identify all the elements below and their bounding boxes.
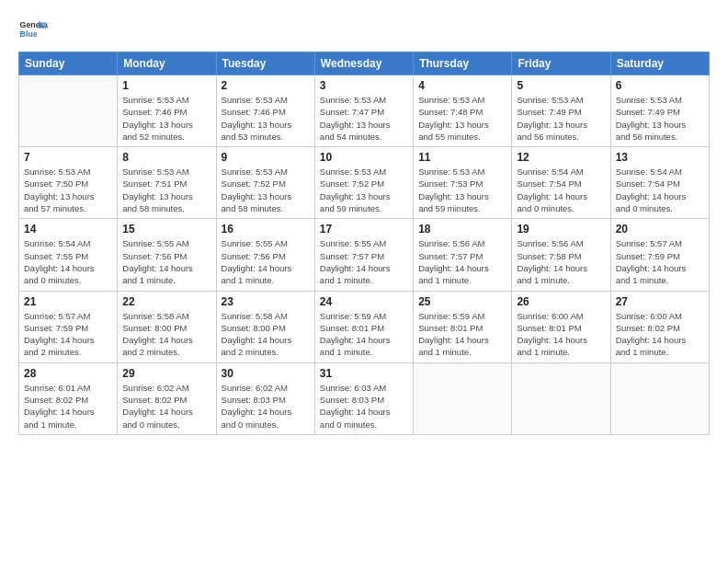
day-info: Sunrise: 5:53 AM Sunset: 7:53 PM Dayligh… xyxy=(418,166,506,214)
day-number: 4 xyxy=(418,79,506,92)
calendar-day-18: 18Sunrise: 5:56 AM Sunset: 7:57 PM Dayli… xyxy=(414,219,512,291)
day-number: 11 xyxy=(418,151,506,164)
calendar-day-15: 15Sunrise: 5:55 AM Sunset: 7:56 PM Dayli… xyxy=(118,219,216,291)
day-info: Sunrise: 6:02 AM Sunset: 8:03 PM Dayligh… xyxy=(222,382,310,431)
calendar-empty-cell xyxy=(512,362,610,434)
day-number: 26 xyxy=(517,295,605,308)
day-number: 13 xyxy=(616,151,704,164)
day-info: Sunrise: 5:54 AM Sunset: 7:55 PM Dayligh… xyxy=(24,237,112,286)
calendar-day-8: 8Sunrise: 5:53 AM Sunset: 7:51 PM Daylig… xyxy=(118,147,216,219)
day-number: 22 xyxy=(122,295,210,308)
calendar-day-14: 14Sunrise: 5:54 AM Sunset: 7:55 PM Dayli… xyxy=(19,219,118,291)
day-info: Sunrise: 6:02 AM Sunset: 8:02 PM Dayligh… xyxy=(122,382,210,431)
day-info: Sunrise: 5:59 AM Sunset: 8:01 PM Dayligh… xyxy=(320,310,408,359)
logo: General Blue xyxy=(18,15,48,44)
day-number: 17 xyxy=(320,223,408,236)
day-number: 18 xyxy=(418,223,506,236)
calendar-day-17: 17Sunrise: 5:55 AM Sunset: 7:57 PM Dayli… xyxy=(314,219,413,291)
calendar-day-12: 12Sunrise: 5:54 AM Sunset: 7:54 PM Dayli… xyxy=(512,147,610,219)
day-info: Sunrise: 5:53 AM Sunset: 7:50 PM Dayligh… xyxy=(24,166,112,214)
day-number: 21 xyxy=(24,295,112,308)
calendar-day-1: 1Sunrise: 5:53 AM Sunset: 7:46 PM Daylig… xyxy=(118,75,216,147)
day-info: Sunrise: 5:53 AM Sunset: 7:46 PM Dayligh… xyxy=(122,94,210,143)
day-info: Sunrise: 5:57 AM Sunset: 7:59 PM Dayligh… xyxy=(616,237,704,286)
calendar-day-11: 11Sunrise: 5:53 AM Sunset: 7:53 PM Dayli… xyxy=(414,147,512,219)
calendar-day-25: 25Sunrise: 5:59 AM Sunset: 8:01 PM Dayli… xyxy=(414,291,512,362)
calendar-day-9: 9Sunrise: 5:53 AM Sunset: 7:52 PM Daylig… xyxy=(216,147,314,219)
weekday-header-tuesday: Tuesday xyxy=(216,52,314,75)
day-number: 15 xyxy=(122,223,210,236)
day-number: 1 xyxy=(122,79,210,92)
day-info: Sunrise: 5:54 AM Sunset: 7:54 PM Dayligh… xyxy=(616,166,704,214)
calendar-week-row: 7Sunrise: 5:53 AM Sunset: 7:50 PM Daylig… xyxy=(19,147,710,219)
weekday-header-monday: Monday xyxy=(118,52,216,75)
day-info: Sunrise: 5:53 AM Sunset: 7:48 PM Dayligh… xyxy=(418,94,506,143)
day-number: 28 xyxy=(24,367,112,380)
day-info: Sunrise: 6:00 AM Sunset: 8:01 PM Dayligh… xyxy=(517,310,605,359)
day-number: 7 xyxy=(24,151,112,164)
day-info: Sunrise: 5:53 AM Sunset: 7:51 PM Dayligh… xyxy=(122,166,210,214)
day-info: Sunrise: 5:55 AM Sunset: 7:57 PM Dayligh… xyxy=(320,237,408,286)
day-number: 25 xyxy=(418,295,506,308)
day-number: 10 xyxy=(320,151,408,164)
calendar-day-21: 21Sunrise: 5:57 AM Sunset: 7:59 PM Dayli… xyxy=(19,291,118,362)
day-info: Sunrise: 5:55 AM Sunset: 7:56 PM Dayligh… xyxy=(222,237,310,286)
day-info: Sunrise: 6:00 AM Sunset: 8:02 PM Dayligh… xyxy=(616,310,704,359)
day-info: Sunrise: 5:53 AM Sunset: 7:49 PM Dayligh… xyxy=(517,94,605,143)
day-number: 30 xyxy=(222,367,310,380)
calendar-day-23: 23Sunrise: 5:58 AM Sunset: 8:00 PM Dayli… xyxy=(216,291,314,362)
calendar-day-29: 29Sunrise: 6:02 AM Sunset: 8:02 PM Dayli… xyxy=(118,362,216,434)
day-info: Sunrise: 6:03 AM Sunset: 8:03 PM Dayligh… xyxy=(320,382,408,431)
weekday-header-wednesday: Wednesday xyxy=(314,52,413,75)
day-number: 6 xyxy=(616,79,704,92)
day-number: 27 xyxy=(616,295,704,308)
calendar-week-row: 21Sunrise: 5:57 AM Sunset: 7:59 PM Dayli… xyxy=(19,291,710,362)
calendar-empty-cell xyxy=(610,362,709,434)
calendar-week-row: 1Sunrise: 5:53 AM Sunset: 7:46 PM Daylig… xyxy=(19,75,710,147)
day-info: Sunrise: 6:01 AM Sunset: 8:02 PM Dayligh… xyxy=(24,382,112,431)
day-number: 2 xyxy=(222,79,310,92)
day-number: 5 xyxy=(517,79,605,92)
calendar-day-19: 19Sunrise: 5:56 AM Sunset: 7:58 PM Dayli… xyxy=(512,219,610,291)
day-info: Sunrise: 5:56 AM Sunset: 7:57 PM Dayligh… xyxy=(418,237,506,286)
day-info: Sunrise: 5:59 AM Sunset: 8:01 PM Dayligh… xyxy=(418,310,506,359)
day-number: 19 xyxy=(517,223,605,236)
day-info: Sunrise: 5:58 AM Sunset: 8:00 PM Dayligh… xyxy=(122,310,210,359)
calendar-day-10: 10Sunrise: 5:53 AM Sunset: 7:52 PM Dayli… xyxy=(314,147,413,219)
day-info: Sunrise: 5:56 AM Sunset: 7:58 PM Dayligh… xyxy=(517,237,605,286)
svg-text:Blue: Blue xyxy=(20,29,38,39)
day-info: Sunrise: 5:53 AM Sunset: 7:49 PM Dayligh… xyxy=(616,94,704,143)
calendar-day-31: 31Sunrise: 6:03 AM Sunset: 8:03 PM Dayli… xyxy=(314,362,413,434)
day-info: Sunrise: 5:53 AM Sunset: 7:46 PM Dayligh… xyxy=(222,94,310,143)
weekday-header-friday: Friday xyxy=(512,52,610,75)
page-header: General Blue xyxy=(18,9,710,44)
calendar-day-4: 4Sunrise: 5:53 AM Sunset: 7:48 PM Daylig… xyxy=(414,75,512,147)
day-info: Sunrise: 5:53 AM Sunset: 7:52 PM Dayligh… xyxy=(320,166,408,214)
calendar-day-20: 20Sunrise: 5:57 AM Sunset: 7:59 PM Dayli… xyxy=(610,219,709,291)
day-info: Sunrise: 5:54 AM Sunset: 7:54 PM Dayligh… xyxy=(517,166,605,214)
day-number: 9 xyxy=(222,151,310,164)
day-number: 29 xyxy=(122,367,210,380)
day-info: Sunrise: 5:55 AM Sunset: 7:56 PM Dayligh… xyxy=(122,237,210,286)
calendar-day-13: 13Sunrise: 5:54 AM Sunset: 7:54 PM Dayli… xyxy=(610,147,709,219)
calendar-day-16: 16Sunrise: 5:55 AM Sunset: 7:56 PM Dayli… xyxy=(216,219,314,291)
calendar-day-24: 24Sunrise: 5:59 AM Sunset: 8:01 PM Dayli… xyxy=(314,291,413,362)
calendar-day-22: 22Sunrise: 5:58 AM Sunset: 8:00 PM Dayli… xyxy=(118,291,216,362)
calendar-day-2: 2Sunrise: 5:53 AM Sunset: 7:46 PM Daylig… xyxy=(216,75,314,147)
weekday-header-sunday: Sunday xyxy=(19,52,118,75)
day-number: 23 xyxy=(222,295,310,308)
calendar-day-27: 27Sunrise: 6:00 AM Sunset: 8:02 PM Dayli… xyxy=(610,291,709,362)
page-container: General Blue SundayMondayTuesdayWednesda… xyxy=(0,0,728,454)
calendar-day-28: 28Sunrise: 6:01 AM Sunset: 8:02 PM Dayli… xyxy=(19,362,118,434)
day-info: Sunrise: 5:57 AM Sunset: 7:59 PM Dayligh… xyxy=(24,310,112,359)
weekday-header-thursday: Thursday xyxy=(414,52,512,75)
calendar-day-7: 7Sunrise: 5:53 AM Sunset: 7:50 PM Daylig… xyxy=(19,147,118,219)
weekday-header-row: SundayMondayTuesdayWednesdayThursdayFrid… xyxy=(19,52,710,75)
calendar-week-row: 14Sunrise: 5:54 AM Sunset: 7:55 PM Dayli… xyxy=(19,219,710,291)
calendar-day-30: 30Sunrise: 6:02 AM Sunset: 8:03 PM Dayli… xyxy=(216,362,314,434)
calendar-day-3: 3Sunrise: 5:53 AM Sunset: 7:47 PM Daylig… xyxy=(314,75,413,147)
weekday-header-saturday: Saturday xyxy=(610,52,709,75)
calendar-day-5: 5Sunrise: 5:53 AM Sunset: 7:49 PM Daylig… xyxy=(512,75,610,147)
calendar-empty-cell xyxy=(414,362,512,434)
day-info: Sunrise: 5:58 AM Sunset: 8:00 PM Dayligh… xyxy=(222,310,310,359)
